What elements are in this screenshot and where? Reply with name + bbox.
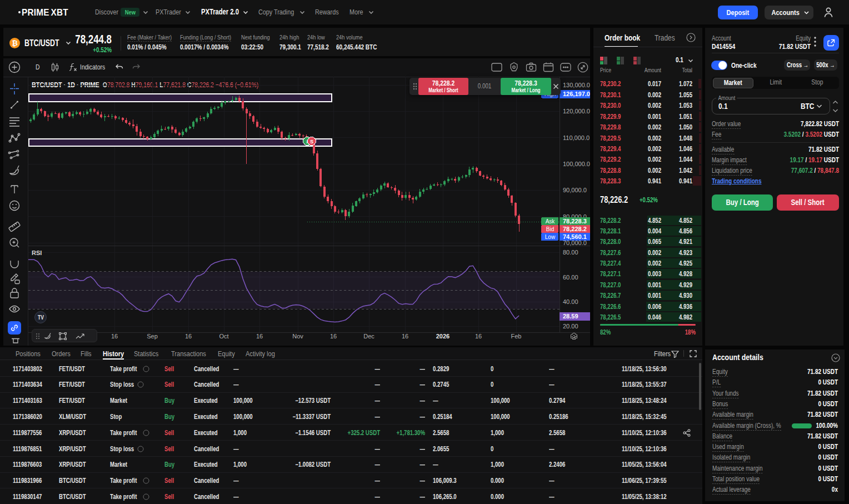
svg-text:Sep: Sep bbox=[147, 333, 158, 340]
svg-text:Bid: Bid bbox=[546, 226, 554, 232]
svg-text:90,000.0: 90,000.0 bbox=[563, 187, 587, 193]
svg-text:40.00: 40.00 bbox=[563, 298, 578, 305]
svg-text:Feb: Feb bbox=[511, 333, 522, 340]
svg-text:60.00: 60.00 bbox=[563, 274, 578, 281]
svg-text:110,000.0: 110,000.0 bbox=[563, 134, 590, 141]
svg-text:80.00: 80.00 bbox=[563, 249, 578, 256]
svg-text:RSI: RSI bbox=[32, 249, 42, 256]
svg-text:S: S bbox=[310, 139, 313, 144]
svg-text:16: 16 bbox=[402, 333, 408, 340]
svg-text:16: 16 bbox=[256, 333, 263, 340]
svg-text:20.00: 20.00 bbox=[563, 323, 578, 330]
svg-text:Oct: Oct bbox=[219, 333, 228, 340]
svg-text:16: 16 bbox=[475, 333, 482, 340]
svg-text:78,228.3: 78,228.3 bbox=[563, 218, 587, 224]
svg-text:Dec: Dec bbox=[363, 333, 374, 340]
svg-text:28.59: 28.59 bbox=[563, 313, 578, 320]
svg-text:74,560.1: 74,560.1 bbox=[563, 233, 587, 240]
svg-text:120,000.0: 120,000.0 bbox=[563, 108, 590, 114]
svg-text:126,197.0: 126,197.0 bbox=[563, 91, 590, 97]
svg-text:16: 16 bbox=[185, 333, 192, 340]
svg-text:Ask: Ask bbox=[546, 218, 556, 224]
svg-text:78,228.2: 78,228.2 bbox=[563, 226, 587, 232]
svg-text:2026: 2026 bbox=[436, 333, 450, 340]
svg-text:Nov: Nov bbox=[292, 333, 303, 340]
svg-text:Low: Low bbox=[545, 234, 556, 240]
svg-text:16: 16 bbox=[111, 333, 118, 340]
svg-text:16: 16 bbox=[330, 333, 337, 340]
svg-text:130,000.0: 130,000.0 bbox=[563, 82, 590, 88]
svg-text:100,000.0: 100,000.0 bbox=[563, 161, 590, 167]
